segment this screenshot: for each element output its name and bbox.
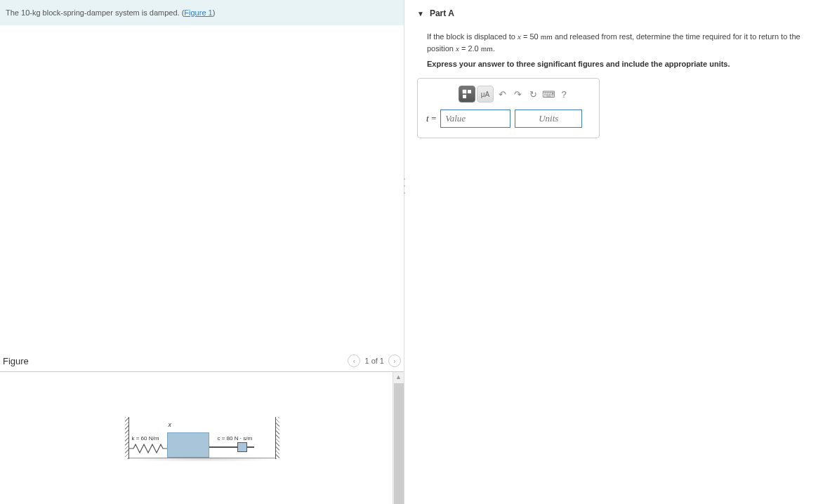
reset-button[interactable]: ↻	[526, 86, 540, 102]
special-chars-button[interactable]: μA	[477, 86, 494, 102]
figure-body: x k = 60 N/m c = 80 N · s/m ▲	[0, 372, 404, 504]
value-input[interactable]	[440, 110, 510, 128]
pane-resize-handle[interactable]	[402, 175, 407, 197]
answer-box: μA ↶ ↷ ↻ ⌨ ? t =	[417, 78, 600, 138]
spring-icon	[129, 444, 167, 453]
question-text: If the block is displaced to x = 50 mm a…	[404, 25, 837, 57]
problem-text: )	[213, 8, 216, 17]
q-text: .	[493, 44, 495, 53]
part-header[interactable]: ▼ Part A	[404, 0, 837, 25]
part-label: Part A	[430, 8, 454, 18]
figure-pager: 1 of 1	[364, 357, 384, 365]
collapse-caret-icon: ▼	[417, 10, 424, 18]
svg-rect-0	[463, 90, 466, 93]
q-unit: mm	[541, 32, 553, 41]
problem-mass: 10-kg	[21, 8, 41, 17]
x-dimension-label: x	[169, 421, 172, 428]
undo-button[interactable]: ↶	[495, 86, 509, 102]
q-text: = 2.0	[459, 44, 481, 53]
figure-link[interactable]: Figure 1	[184, 8, 212, 17]
damping-constant-label: c = 80 N · s/m	[218, 435, 253, 442]
svg-rect-1	[468, 90, 471, 93]
figure-scrollbar[interactable]: ▲	[393, 372, 404, 504]
diagram-shadow	[122, 456, 282, 462]
damper-rod	[209, 446, 254, 448]
q-text: = 50	[521, 32, 541, 41]
scroll-thumb[interactable]	[394, 383, 404, 504]
scroll-up-icon: ▲	[394, 372, 404, 382]
mass-block	[167, 432, 209, 458]
keyboard-button[interactable]: ⌨	[541, 86, 555, 102]
figure-prev-button[interactable]: ‹	[348, 354, 360, 367]
answer-instruction: Express your answer to three significant…	[404, 57, 837, 78]
figure-title: Figure	[3, 356, 29, 366]
units-input[interactable]	[515, 110, 582, 128]
problem-statement: The 10-kg block-spring-damper system is …	[0, 0, 404, 25]
q-unit: mm	[481, 44, 493, 53]
spring-constant-label: k = 60 N/m	[132, 435, 159, 442]
templates-button[interactable]	[459, 86, 475, 102]
figure-header: Figure ‹ 1 of 1 ›	[0, 350, 404, 372]
wall-right	[275, 417, 279, 459]
redo-button[interactable]: ↷	[510, 86, 525, 102]
equation-toolbar: μA ↶ ↷ ↻ ⌨ ?	[426, 86, 591, 102]
q-text: If the block is displaced to	[427, 32, 518, 41]
figure-next-button[interactable]: ›	[388, 354, 401, 367]
svg-rect-2	[463, 95, 466, 98]
spring-damper-diagram: x k = 60 N/m c = 80 N · s/m	[125, 417, 279, 459]
answer-variable: t =	[426, 113, 436, 124]
damper-piston	[237, 442, 247, 452]
problem-text: block-spring-damper system is damped. (	[41, 8, 185, 17]
problem-text: The	[6, 8, 21, 17]
help-button[interactable]: ?	[557, 86, 571, 102]
